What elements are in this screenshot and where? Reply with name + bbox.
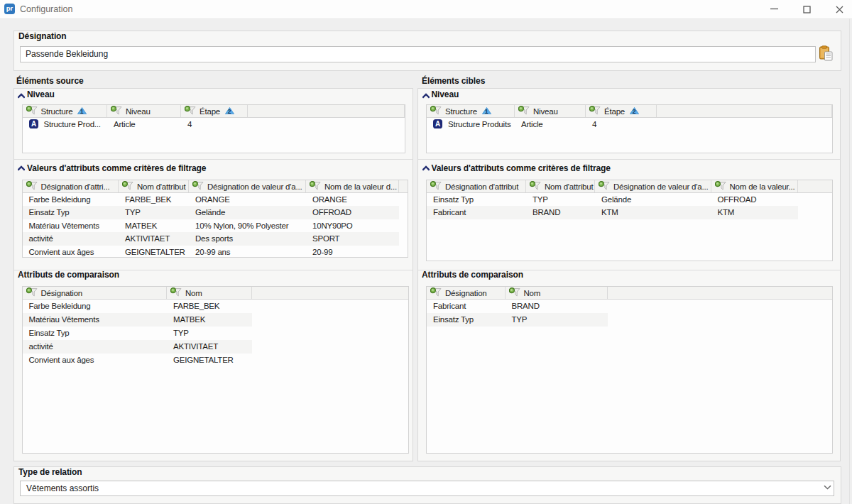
svg-text:2: 2 (633, 108, 636, 114)
svg-text:1: 1 (485, 108, 488, 114)
svg-text:2: 2 (228, 108, 231, 114)
svg-text:1: 1 (80, 108, 84, 114)
svg-text:A: A (31, 120, 36, 128)
svg-text:A: A (435, 120, 440, 128)
